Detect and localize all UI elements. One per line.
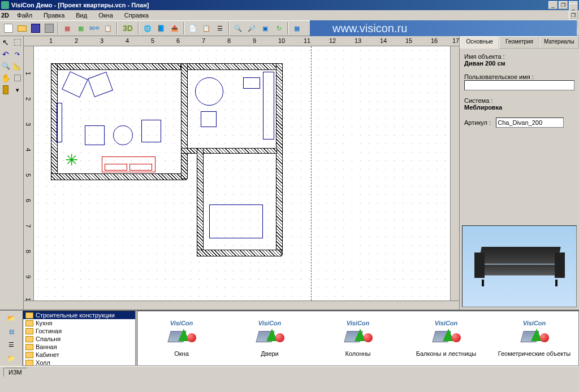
- new-button[interactable]: [2, 22, 15, 34]
- catalog-open-button[interactable]: 📁: [6, 354, 17, 364]
- maximize-button[interactable]: ❐: [559, 1, 568, 9]
- refresh-icon: ↻: [276, 25, 282, 32]
- vertical-scrollbar[interactable]: [450, 46, 459, 300]
- redo-tool[interactable]: ↷: [12, 49, 23, 60]
- undo-tool[interactable]: ↶: [0, 49, 11, 60]
- catalog-tree-button[interactable]: ⊟: [6, 327, 17, 337]
- zoom-fit-button[interactable]: ▣: [259, 22, 271, 34]
- armchair[interactable]: [85, 125, 105, 145]
- floor-plan-canvas[interactable]: ✳: [34, 46, 450, 300]
- zoom-out-button[interactable]: 🔎: [245, 22, 258, 34]
- grid-icon: ▦: [294, 25, 300, 32]
- toolbar-brand: www.visicon.ru: [310, 20, 577, 36]
- magnifier-icon: 🔍: [2, 62, 10, 70]
- zoom-in-icon: 🔍: [234, 25, 242, 32]
- mdi-restore-button[interactable]: ❐: [569, 11, 578, 19]
- mdi-minimize-button[interactable]: _: [569, 3, 578, 11]
- catalog-list-button[interactable]: ☰: [6, 340, 17, 350]
- door-tool[interactable]: [0, 84, 11, 95]
- pan-tool[interactable]: ✋: [0, 72, 11, 84]
- catalog-item-windows[interactable]: VisiCon Окна: [145, 320, 218, 357]
- print-button[interactable]: [43, 22, 55, 34]
- refresh-button[interactable]: ↻: [273, 22, 285, 34]
- marquee-tool[interactable]: [12, 37, 23, 48]
- bed[interactable]: [209, 204, 263, 238]
- select-tool[interactable]: ↖: [0, 37, 11, 48]
- menu-windows[interactable]: Окна: [95, 11, 116, 20]
- round-table[interactable]: [195, 77, 223, 106]
- rotate-button[interactable]: 90⟲: [88, 22, 101, 34]
- catalog-item-label: Балконы и лестницы: [409, 350, 483, 357]
- folder-icon: [25, 336, 33, 342]
- region-tool[interactable]: [12, 72, 23, 84]
- tab-materials[interactable]: Материалы: [539, 36, 579, 49]
- catalog-items: VisiCon Окна VisiCon Двери VisiCon Колон…: [137, 311, 579, 366]
- catalog-tree[interactable]: Строительные конструкции Кухня Гостиная …: [23, 311, 136, 366]
- properties-button[interactable]: 📋: [102, 22, 114, 34]
- group-button[interactable]: ▦: [61, 22, 74, 34]
- ruler-icon: 📐: [14, 63, 21, 70]
- undo-icon: ↶: [2, 50, 9, 59]
- tree-item-office[interactable]: Кабинет: [23, 351, 135, 359]
- tv-stand[interactable]: [57, 103, 62, 142]
- catalog-tools: 📂 ⊟ ☰ 📁: [0, 311, 23, 366]
- save-icon: [31, 24, 40, 33]
- layers-button[interactable]: ☰: [214, 22, 226, 34]
- tv[interactable]: [243, 77, 260, 89]
- tree-item-construction[interactable]: Строительные конструкции: [23, 311, 135, 319]
- catalog-item-columns[interactable]: VisiCon Колонны: [321, 320, 395, 357]
- tree-item-living[interactable]: Гостиная: [23, 327, 135, 335]
- save-button[interactable]: [29, 22, 42, 34]
- toolbar-separator: [183, 22, 184, 34]
- catalog-button[interactable]: 📘: [155, 22, 167, 34]
- open-button[interactable]: [16, 22, 28, 34]
- left-toolbox: ↖ ↶ 🔍 ✋ ↷ 📐 ▾: [0, 36, 24, 310]
- horizontal-scrollbar[interactable]: [24, 300, 459, 310]
- menu-view[interactable]: Вид: [72, 11, 90, 20]
- copy-button[interactable]: 📄: [187, 22, 199, 34]
- object-name-label: Имя объекта :: [464, 53, 574, 60]
- paste-button[interactable]: 📋: [200, 22, 213, 34]
- minimize-button[interactable]: _: [548, 1, 558, 9]
- tree-item-kitchen[interactable]: Кухня: [23, 319, 135, 327]
- zoom-tool[interactable]: 🔍: [0, 60, 11, 72]
- toolbar-separator: [228, 22, 230, 34]
- menu-help[interactable]: Справка: [121, 11, 152, 20]
- armchair[interactable]: [62, 71, 88, 98]
- export-button[interactable]: 📤: [168, 22, 181, 34]
- chair[interactable]: [201, 111, 217, 127]
- dropdown-tool[interactable]: ▾: [12, 84, 23, 95]
- sofa-selected[interactable]: [102, 156, 155, 172]
- system-label: Система :: [464, 97, 574, 104]
- plant[interactable]: ✳: [65, 151, 78, 169]
- globe-button[interactable]: 🌐: [141, 22, 154, 34]
- grid-button[interactable]: ▦: [291, 22, 303, 34]
- armchair[interactable]: [141, 120, 161, 142]
- zoom-in-button[interactable]: 🔍: [232, 22, 244, 34]
- zoom-out-icon: 🔎: [248, 25, 256, 32]
- title-bar: VisiCon Демо - [Проект квартиры.vcn - Пл…: [0, 0, 579, 10]
- ungroup-button[interactable]: ▦: [75, 22, 87, 34]
- tab-basic[interactable]: Основные: [460, 36, 499, 49]
- 3d-button[interactable]: 3D: [120, 22, 136, 34]
- catalog-item-geometric[interactable]: VisiCon Геометрические объекты: [498, 320, 571, 357]
- coffee-table[interactable]: [113, 125, 133, 145]
- measure-tool[interactable]: 📐: [12, 60, 23, 72]
- catalog-item-balconies[interactable]: VisiCon Балконы и лестницы: [409, 320, 483, 357]
- catalog-item-doors[interactable]: VisiCon Двери: [233, 320, 306, 357]
- shelf[interactable]: [263, 72, 274, 140]
- tree-item-bathroom[interactable]: Ванная: [23, 343, 135, 351]
- toolbar-separator: [116, 22, 118, 34]
- tree-item-bedroom[interactable]: Спальня: [23, 335, 135, 343]
- catalog-up-button[interactable]: 📂: [6, 313, 17, 324]
- menu-edit[interactable]: Правка: [40, 11, 68, 20]
- folder-icon: [25, 360, 33, 366]
- article-input[interactable]: [496, 117, 564, 128]
- armchair[interactable]: [88, 72, 113, 97]
- user-name-input[interactable]: [464, 80, 574, 90]
- fit-icon: ▣: [262, 25, 268, 32]
- open-folder-icon: [18, 25, 27, 32]
- tab-geometry[interactable]: Геометрия: [499, 36, 539, 49]
- menu-file[interactable]: Файл: [14, 11, 36, 20]
- tree-item-hall[interactable]: Холл: [23, 359, 135, 366]
